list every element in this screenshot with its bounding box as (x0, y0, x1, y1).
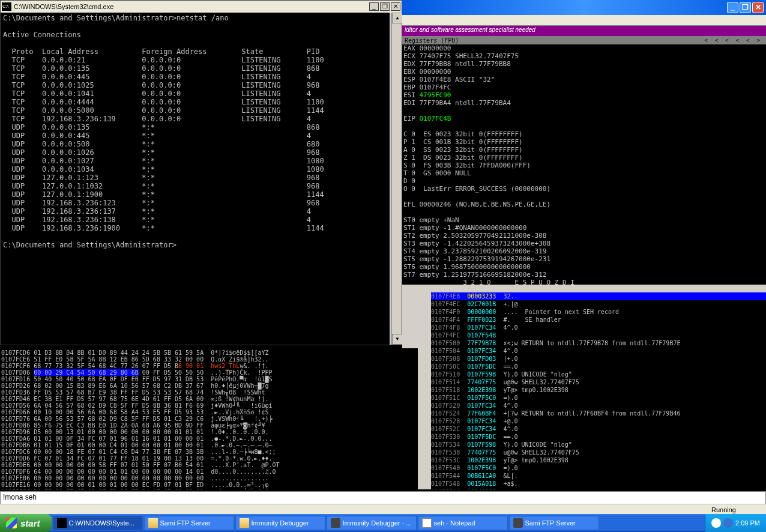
stack-row[interactable]: 0107F534 0107F598 Y).0 UNICODE "nlog" (431, 441, 766, 449)
command-input[interactable]: !mona seh (0, 491, 766, 504)
debugger-status-message: iditor and software assessment specialis… (402, 26, 766, 36)
chevron-right-icon[interactable]: > (757, 37, 760, 43)
chevron-left-icon[interactable]: < (715, 37, 718, 43)
stack-row[interactable]: 0107F528 0107FC34 +@.0 (431, 417, 766, 425)
stack-row[interactable]: 0107F4E8 00003233 32.. (431, 292, 766, 300)
hexdump-row[interactable]: 0107FD86 85 F6 75 EC C3 BB E0 1D 2A 0A 6… (1, 422, 417, 429)
stack-row[interactable]: 0107F538 77407F75 u@0w SHELL32.77407F75 (431, 449, 766, 456)
stack-row[interactable]: 0107F548 0015A018 +a$. (431, 480, 766, 488)
hexdump-row[interactable]: 0107FCD6 01 D3 8B 04 8B 01 D0 89 44 24 2… (1, 349, 417, 356)
hexdump-row[interactable]: 0107FDA6 01 01 00 0F 34 FC 07 01 96 01 1… (1, 435, 417, 442)
minimize-button[interactable]: _ (369, 2, 379, 11)
stack-row[interactable]: 0107F4F4 FFFF0023 #. SE handler (431, 316, 766, 324)
stack-row[interactable]: 0107F51C 0107F5C0 =).0 (431, 394, 766, 402)
hexdump-row[interactable]: 0107FE06 00 00 00 00 00 00 00 00 00 00 0… (1, 475, 417, 482)
stack-row[interactable]: 0107F4F8 0107FC34 4^.0 (431, 324, 766, 331)
stack-row[interactable]: 0107F524 77F60BF4 +|?w RETURN to ntdll.7… (431, 410, 766, 417)
stack-row[interactable]: 0107F54C 00140000 ..+. (431, 488, 766, 489)
stack-row[interactable]: 0107F4EC 02C7001B +.|@ (431, 300, 766, 308)
cmd-titlebar[interactable]: C:\WINDOWS\System32\cmd.exe _ ❐ ✕ (1, 1, 402, 13)
hexdump-row[interactable]: 0107FDC6 00 00 00 18 FE 07 01 C4 C6 D4 7… (1, 449, 417, 455)
stack-row[interactable]: 0107F50C 0107F5DC ==.0 (431, 363, 766, 370)
cmd-icon (2, 2, 11, 11)
stack-row[interactable]: 0107F4F0 00000000 .... Pointer to next S… (431, 308, 766, 316)
hexdump-row[interactable]: 0107FD56 6A 04 56 57 68 02 D9 C8 5F FF D… (1, 402, 417, 409)
stack-row[interactable]: 0107F518 1002E398 yT@> tmp0.1002E398 (431, 386, 766, 394)
taskbar: start C:\WINDOWS\Syste...Sami FTP Server… (0, 514, 766, 532)
folder-icon (148, 518, 158, 528)
stack-row[interactable]: 0107F508 0107FD03 |+.0 (431, 355, 766, 363)
hexdump-panel[interactable]: 0107FCD6 01 D3 8B 04 8B 01 D0 89 44 24 2… (0, 348, 418, 489)
note-icon (422, 518, 432, 528)
stack-row[interactable]: 0107F544 00B61CA0 &L|. (431, 472, 766, 480)
cmd-icon (57, 518, 67, 528)
registers-header[interactable]: Registers (FPU) < < < < < > (402, 36, 766, 44)
close-button[interactable]: ✕ (752, 2, 764, 13)
hexdump-row[interactable]: 0107FCE6 51 FF E0 58 5F 5A 8B 12 EB 86 5… (1, 356, 417, 363)
stack-row[interactable]: 0107F4FC 0107F548 (431, 331, 766, 339)
taskbar-item[interactable]: C:\WINDOWS\Syste... (53, 516, 143, 530)
stack-row[interactable]: 0107F510 0107F598 Y).0 UNICODE "nlog" (431, 370, 766, 378)
hexdump-row[interactable]: 0107FD66 00 10 00 00 56 6A 00 68 58 A4 5… (1, 409, 417, 416)
debugger-titlebar[interactable]: _ ❐ ✕ (402, 0, 766, 15)
tray-icon[interactable] (723, 518, 733, 528)
hexdump-row[interactable]: 0107FE26 D6 77 98 FE 07 01 BF ED D6 77 D… (1, 488, 417, 489)
tray-icon[interactable] (711, 518, 721, 528)
hexdump-row[interactable]: 0107FD96 D5 00 00 13 01 00 00 00 00 00 0… (1, 429, 417, 435)
clock[interactable]: 2:09 PM (735, 519, 760, 527)
stack-row[interactable]: 0107F504 0107FC34 4^.0 (431, 347, 766, 355)
start-button[interactable]: start (0, 514, 52, 532)
stack-row[interactable]: 0107F53C 1002E398 yT@> tmp0.1002E398 (431, 456, 766, 464)
hexdump-row[interactable]: 0107FDB6 01 01 15 0F 01 00 00 C4 01 00 0… (1, 442, 417, 449)
stack-row[interactable]: 0107F500 77F79B78 x<;w RETURN to ntdll.7… (431, 339, 766, 347)
maximize-button[interactable]: ❐ (740, 2, 751, 13)
stack-panel[interactable]: 0107F4E8 00003233 32..0107F4EC 02C7001B … (430, 291, 766, 489)
debugger-toolbar[interactable] (402, 15, 766, 26)
hexdump-row[interactable]: 0107FD16 50 40 50 40 50 68 EA 0F DF E0 F… (1, 376, 417, 382)
stack-row[interactable]: 0107F530 0107F5DC ==.0 (431, 433, 766, 441)
dbg-icon (331, 518, 340, 528)
close-button[interactable]: ✕ (391, 2, 400, 11)
minimize-button[interactable]: _ (727, 2, 738, 13)
cmd-output: C:\Documents and Settings\Administrator>… (1, 13, 390, 345)
hexdump-row[interactable]: 0107FDE6 00 00 00 00 00 00 58 FF 07 01 5… (1, 462, 417, 468)
taskbar-item[interactable]: Sami FTP Server (144, 516, 234, 530)
hexdump-row[interactable]: 0107FD36 FF D5 53 57 68 B7 E9 38 FF FF D… (1, 389, 417, 396)
hexdump-row[interactable]: 0107FDF6 64 00 00 00 00 00 00 01 01 00 0… (1, 468, 417, 475)
cmd-scrollbar[interactable] (391, 13, 402, 345)
stack-row[interactable]: 0107F520 0107FC34 4^.0 (431, 402, 766, 410)
cmd-title: C:\WINDOWS\System32\cmd.exe (14, 3, 369, 10)
chevron-left-icon[interactable]: < (704, 37, 707, 43)
chevron-left-icon[interactable]: < (736, 37, 739, 43)
chevron-left-icon[interactable]: < (746, 37, 749, 43)
hexdump-row[interactable]: 0107FE16 00 00 00 00 00 01 00 01 00 00 E… (1, 482, 417, 488)
taskbar-item[interactable]: seh - Notepad (418, 516, 508, 530)
taskbar-item[interactable]: Immunity Debugger (235, 516, 325, 530)
chevron-left-icon[interactable]: < (725, 37, 728, 43)
taskbar-item[interactable]: Immunity Debugger - ... (327, 516, 417, 530)
stack-row[interactable]: 0107F514 77407F75 u@0w SHELL32.77407F75 (431, 378, 766, 386)
folder-icon (240, 518, 249, 528)
registers-panel[interactable]: EAX 00000000 ECX 77407F75 SHELL32.77407F… (402, 44, 766, 285)
dbg-icon (513, 518, 523, 528)
maximize-button[interactable]: ❐ (380, 2, 390, 11)
registers-label: Registers (FPU) (405, 37, 459, 44)
stack-row[interactable]: 0107F52C 0107FC34 4^.0 (431, 425, 766, 433)
hexdump-row[interactable]: 0107FD06 00 00 29 C4 54 50 68 29 80 6B 0… (1, 369, 417, 376)
hexdump-row[interactable]: 0107FD76 6A 00 56 53 57 68 02 D9 C8 5F F… (1, 416, 417, 422)
hexdump-row[interactable]: 0107FD26 68 02 00 15 B3 89 E6 6A 10 56 5… (1, 382, 417, 389)
stack-row[interactable]: 0107F540 0107F5C0 =).0 (431, 464, 766, 472)
hexdump-row[interactable]: 0107FDD6 FC 07 01 34 FC 07 01 77 FF 18 0… (1, 455, 417, 462)
hexdump-row[interactable]: 0107FCF6 68 77 73 32 5F 54 68 4C 77 26 0… (1, 363, 417, 369)
system-tray[interactable]: 2:09 PM (705, 514, 766, 532)
stack-scrollbar[interactable] (419, 291, 429, 489)
cmd-window: C:\WINDOWS\System32\cmd.exe _ ❐ ✕ C:\Doc… (0, 0, 402, 345)
hexdump-row[interactable]: 0107FD46 EC 3B E1 FF D5 57 97 68 75 6E 4… (1, 396, 417, 402)
taskbar-item[interactable]: Sami FTP Server (509, 516, 599, 530)
